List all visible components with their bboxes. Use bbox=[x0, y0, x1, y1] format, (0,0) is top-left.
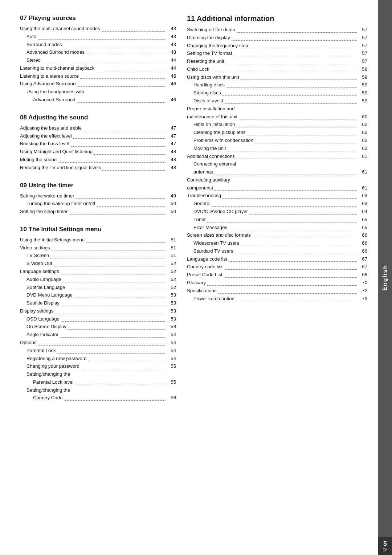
toc-entry: Video settings51 bbox=[20, 244, 176, 252]
entry-text: Options bbox=[20, 339, 36, 347]
entry-text: Parental Lock level bbox=[33, 378, 73, 386]
toc-entry: Using the headphones with bbox=[20, 88, 176, 96]
entry-text: Changing your password bbox=[26, 362, 79, 370]
entry-page: 60 bbox=[359, 136, 367, 144]
entry-page: 65 bbox=[359, 216, 367, 224]
entry-text: Moving the unit bbox=[193, 144, 226, 152]
entry-dots bbox=[241, 79, 357, 80]
toc-entry: Hints on installation60 bbox=[187, 121, 367, 128]
entry-dots bbox=[42, 63, 166, 63]
toc-entry: Using the multi-channel sound modes43 bbox=[20, 25, 176, 33]
toc-entry: Storing discs59 bbox=[187, 89, 367, 97]
entry-text: DVD Menu Language bbox=[26, 291, 73, 299]
entry-dots bbox=[207, 285, 357, 286]
entry-text: Subtitle Language bbox=[26, 283, 65, 291]
entry-page: 54 bbox=[167, 347, 176, 355]
entry-text: maintenance of this unit bbox=[187, 113, 237, 121]
entry-text: Glossary bbox=[187, 279, 206, 287]
toc-entry: Resetting the unit57 bbox=[187, 57, 367, 65]
entry-dots bbox=[226, 64, 357, 64]
entry-dots bbox=[81, 369, 166, 369]
toc-entry: Listening to multi-channel playback44 bbox=[20, 64, 176, 72]
toc-entry: Problems with condensation60 bbox=[187, 136, 367, 144]
entry-dots bbox=[77, 86, 166, 87]
entry-page: 51 bbox=[167, 244, 176, 252]
entry-page: 52 bbox=[167, 283, 176, 291]
entry-text: Parental Lock bbox=[26, 347, 56, 355]
section-07-title: 07 Playing sources bbox=[20, 15, 176, 22]
entry-page: 59 bbox=[359, 81, 367, 89]
entry-dots bbox=[239, 119, 357, 119]
sidebar-language: English bbox=[382, 265, 388, 291]
entry-text: General bbox=[193, 200, 211, 208]
toc-entry: Advanced Surround modes43 bbox=[20, 48, 176, 56]
entry-page: 60 bbox=[359, 121, 367, 128]
entry-dots bbox=[222, 198, 357, 199]
toc-entry: Registering a new password54 bbox=[20, 355, 176, 363]
entry-dots bbox=[38, 345, 166, 346]
toc-entry: Connecting auxiliary bbox=[187, 176, 367, 184]
entry-dots bbox=[38, 39, 166, 40]
entry-text: Listening to multi-channel playback bbox=[20, 64, 94, 72]
entry-text: Using the multi-channel sound modes bbox=[20, 25, 100, 33]
entry-page: 59 bbox=[359, 73, 367, 81]
entry-dots bbox=[63, 282, 166, 282]
entry-text: Audio Language bbox=[26, 276, 61, 283]
toc-entry: Child Lock58 bbox=[187, 65, 367, 73]
toc-entry: Using Advanced Surround46 bbox=[20, 80, 176, 88]
entry-page: 57 bbox=[359, 49, 367, 57]
entry-page: 67 bbox=[359, 263, 367, 271]
entry-dots bbox=[249, 214, 357, 215]
entry-page: 68 bbox=[359, 271, 367, 279]
entry-dots bbox=[225, 103, 357, 104]
entry-page: 66 bbox=[359, 231, 367, 239]
toc-entry: Changing the frequency step57 bbox=[187, 42, 367, 50]
toc-entry: On Screen Display53 bbox=[20, 323, 176, 331]
section-08: 08 Adjusting the sound Adjusting the bas… bbox=[20, 114, 176, 172]
toc-entry: Moving the unit60 bbox=[187, 144, 367, 152]
entry-text: Troubleshooting bbox=[187, 192, 221, 200]
entry-text: Adjusting the bass and treble bbox=[20, 124, 82, 132]
toc-entry: Audio Language52 bbox=[20, 276, 176, 283]
entry-dots bbox=[58, 162, 166, 163]
entry-text: Listening to a stereo source bbox=[20, 72, 79, 80]
entry-dots bbox=[77, 102, 166, 103]
entry-page: 54 bbox=[167, 331, 176, 339]
entry-page: 72 bbox=[359, 287, 367, 295]
entry-page: 67 bbox=[359, 255, 367, 263]
entry-dots bbox=[252, 238, 357, 238]
entry-text: Preset Code List bbox=[187, 271, 222, 279]
toc-09: Setting the wake-up timer49Turning the w… bbox=[20, 192, 176, 216]
entry-page: 49 bbox=[167, 192, 176, 200]
toc-entry: Screen sizes and disc formats66 bbox=[187, 231, 367, 239]
toc-entry: DVD/CD/Video CD player64 bbox=[187, 208, 367, 216]
entry-page: 50 bbox=[167, 208, 176, 216]
entry-page: 66 bbox=[359, 247, 367, 255]
entry-dots bbox=[229, 261, 357, 262]
entry-text: Language settings bbox=[20, 268, 59, 276]
entry-dots bbox=[61, 321, 166, 322]
entry-text: components bbox=[187, 184, 213, 192]
entry-page: 46 bbox=[167, 96, 176, 104]
toc-entry: OSD Language53 bbox=[20, 315, 176, 323]
toc-entry: Stereo44 bbox=[20, 56, 176, 64]
entry-dots bbox=[247, 135, 357, 135]
entry-text: TV Screen bbox=[26, 252, 49, 260]
toc-entry: Reducing the TV and line signal levels48 bbox=[20, 164, 176, 172]
entry-page: 57 bbox=[359, 42, 367, 50]
toc-entry: Display settings53 bbox=[20, 307, 176, 315]
toc-07: Using the multi-channel sound modes43Aut… bbox=[20, 25, 176, 104]
toc-entry: Options54 bbox=[20, 339, 176, 347]
entry-text: Reducing the TV and line signal levels bbox=[20, 164, 101, 172]
entry-dots bbox=[215, 175, 357, 175]
entry-dots bbox=[255, 143, 357, 143]
toc-entry: Turning the wake-up timer on/off50 bbox=[20, 200, 176, 208]
entry-text: Handling discs bbox=[193, 81, 225, 89]
entry-text: Setting/changing the bbox=[26, 370, 70, 378]
entry-page: 63 bbox=[359, 192, 367, 200]
entry-text: Connecting auxiliary bbox=[187, 176, 230, 184]
entry-dots bbox=[235, 254, 357, 254]
entry-page: 46 bbox=[167, 80, 176, 88]
entry-text: Angle Indicator bbox=[26, 331, 58, 339]
toc-entry: DVD Menu Language53 bbox=[20, 291, 176, 299]
